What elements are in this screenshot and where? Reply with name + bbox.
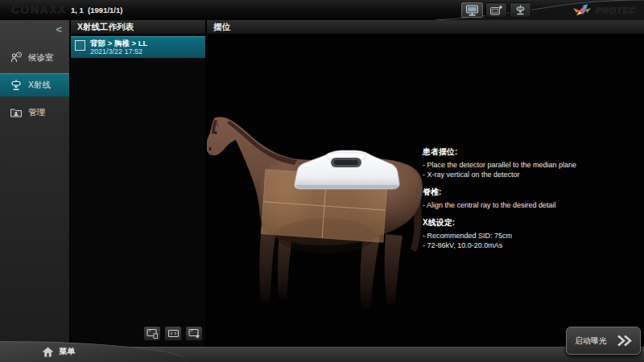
- sidebar-item-label: 候诊室: [28, 52, 54, 64]
- positioning-header: 摆位: [207, 20, 644, 35]
- menu-label: 菜单: [59, 346, 75, 357]
- sidebar: < 候诊室: [0, 20, 71, 347]
- title-bar: CONAXX 2 1, 1 (1991/1/1): [0, 0, 644, 20]
- region-heading: 脊椎:: [423, 187, 634, 198]
- brand-logo: PROTEC: [572, 3, 636, 17]
- management-icon: [10, 106, 23, 119]
- cassette-swap-icon: [167, 328, 180, 339]
- device-toolbar: [461, 2, 531, 18]
- cassette-copy-button[interactable]: [143, 326, 161, 341]
- instruction-line: - Align the central ray to the desired d…: [423, 200, 634, 210]
- sidebar-items: 候诊室 X射线: [0, 46, 69, 128]
- xray-tube-icon: [10, 79, 23, 92]
- detector-plus-icon: [489, 5, 503, 16]
- worklist-item-datetime: 2021/3/22 17:52: [90, 47, 147, 56]
- xray-tube-button[interactable]: [510, 2, 531, 18]
- sidebar-item-management[interactable]: 管理: [0, 101, 69, 124]
- cassette-star-icon: [188, 328, 200, 339]
- positioning-stage: 患者摆位: - Place the detector parallel to t…: [207, 35, 644, 348]
- protec-bird-icon: [572, 3, 592, 17]
- sidebar-item-label: X射线: [28, 80, 51, 91]
- instruction-line: - X-ray vertical on the detector: [423, 170, 634, 179]
- worklist-item[interactable]: 背部 > 胸椎 > LL 2021/3/22 17:52: [71, 36, 205, 58]
- start-exposure-button[interactable]: 启动曝光: [566, 327, 641, 355]
- home-icon: [42, 347, 54, 357]
- worklist-item-path: 背部 > 胸椎 > LL: [90, 39, 147, 47]
- conaxx-window: CONAXX 2 1, 1 (1991/1/1): [0, 0, 644, 362]
- monitor-button[interactable]: [461, 2, 483, 18]
- start-exposure-label: 启动曝光: [575, 335, 607, 347]
- waiting-room-icon: [10, 51, 23, 64]
- xray-tube-icon: [514, 5, 527, 16]
- horse-illustration: [207, 113, 439, 348]
- cassette-swap-button[interactable]: [164, 326, 182, 341]
- worklist-header: X射线工作列表: [71, 20, 205, 35]
- sidebar-item-xray[interactable]: X射线: [0, 73, 69, 97]
- sidebar-collapse-button[interactable]: <: [56, 24, 62, 35]
- positioning-panel: 摆位: [207, 20, 644, 347]
- brand-name: PROTEC: [596, 6, 636, 15]
- worklist-panel: X射线工作列表 背部 > 胸椎 > LL 2021/3/22 17:52: [71, 20, 207, 347]
- instruction-line: - 72-86kV, 10.0-20.0mAs: [423, 241, 634, 250]
- worklist-item-text: 背部 > 胸椎 > LL 2021/3/22 17:52: [90, 39, 147, 56]
- worklist-actions: [143, 326, 203, 341]
- patient-info: 1, 1 (1991/1/1): [71, 6, 122, 14]
- double-chevron-right-icon: [616, 334, 634, 348]
- instruction-line: - Recommended SID: 75cm: [423, 231, 634, 241]
- patient-positioning-heading: 患者摆位:: [423, 146, 634, 158]
- worklist-item-checkbox[interactable]: [75, 40, 85, 51]
- instruction-line: - Place the detector parallel to the med…: [423, 160, 634, 170]
- monitor-icon: [465, 5, 479, 16]
- cassette-page-icon: [147, 328, 159, 339]
- xray-settings-heading: X线设定:: [423, 217, 634, 228]
- cassette-favorite-button[interactable]: [185, 326, 203, 341]
- menu-button[interactable]: 菜单: [42, 346, 75, 357]
- sidebar-item-label: 管理: [28, 107, 45, 118]
- detector-add-button[interactable]: [485, 2, 507, 18]
- positioning-instructions: 患者摆位: - Place the detector parallel to t…: [423, 146, 634, 250]
- app-logo: CONAXX 2: [11, 3, 79, 16]
- sidebar-item-waiting-room[interactable]: 候诊室: [0, 46, 69, 69]
- detector-device: [295, 150, 399, 189]
